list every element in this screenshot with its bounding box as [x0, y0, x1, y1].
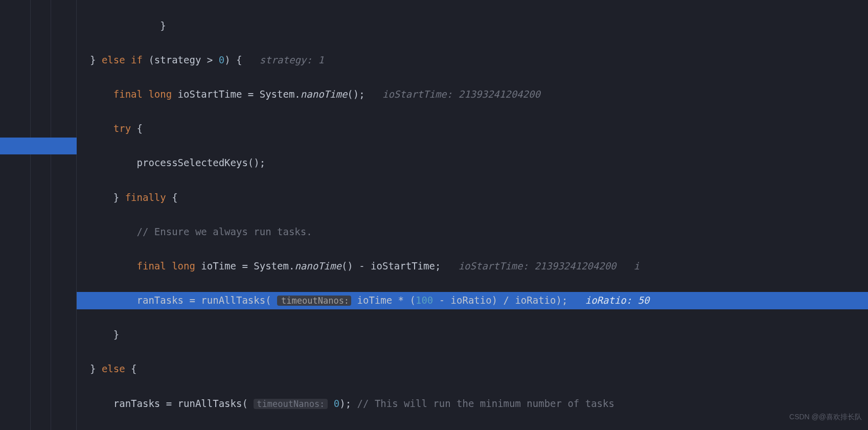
- keyword-else-if: else if: [102, 54, 143, 65]
- inline-hint-iostarttime: ioStartTime: 21393241204200: [382, 88, 540, 100]
- code-line[interactable]: processSelectedKeys();: [77, 154, 868, 172]
- code-line[interactable]: final long ioStartTime = System.nanoTime…: [77, 86, 868, 103]
- param-hint-timeoutnanos: timeoutNanos:: [254, 399, 328, 409]
- gutter-breakpoints[interactable]: [0, 0, 31, 430]
- code-line[interactable]: } else if (strategy > 0) { strategy: 1: [77, 52, 868, 69]
- code-line[interactable]: }: [77, 17, 868, 35]
- code-line[interactable]: }: [77, 326, 868, 344]
- brace: }: [90, 20, 166, 31]
- comment: // This will run the minimum number of t…: [357, 398, 614, 409]
- code-line[interactable]: ranTasks = runAllTasks( timeoutNanos: 0)…: [77, 395, 868, 413]
- gutter-line-numbers[interactable]: [31, 0, 51, 430]
- code-editor[interactable]: } } else if (strategy > 0) { strategy: 1…: [77, 0, 868, 430]
- current-line-gutter-highlight: [0, 138, 77, 155]
- code-line[interactable]: try {: [77, 120, 868, 138]
- param-hint-timeoutnanos: timeoutNanos:: [277, 296, 351, 306]
- inline-hint-ioratio: ioRatio: 50: [585, 295, 650, 306]
- gutter-icons[interactable]: [51, 0, 77, 430]
- code-line[interactable]: } finally {: [77, 189, 868, 207]
- comment: // Ensure we always run tasks.: [90, 226, 312, 237]
- inline-hint-iostarttime: ioStartTime: 21393241204200: [459, 260, 616, 271]
- code-line[interactable]: final long ioTime = System.nanoTime() - …: [77, 258, 868, 275]
- code-line[interactable]: // Ensure we always run tasks.: [77, 223, 868, 241]
- code-line-current[interactable]: ranTasks = runAllTasks( timeoutNanos: io…: [77, 292, 868, 309]
- watermark-text: CSDN @@喜欢排长队: [789, 409, 862, 426]
- inline-hint-strategy: strategy: 1: [260, 54, 324, 65]
- code-line[interactable]: } else {: [77, 360, 868, 378]
